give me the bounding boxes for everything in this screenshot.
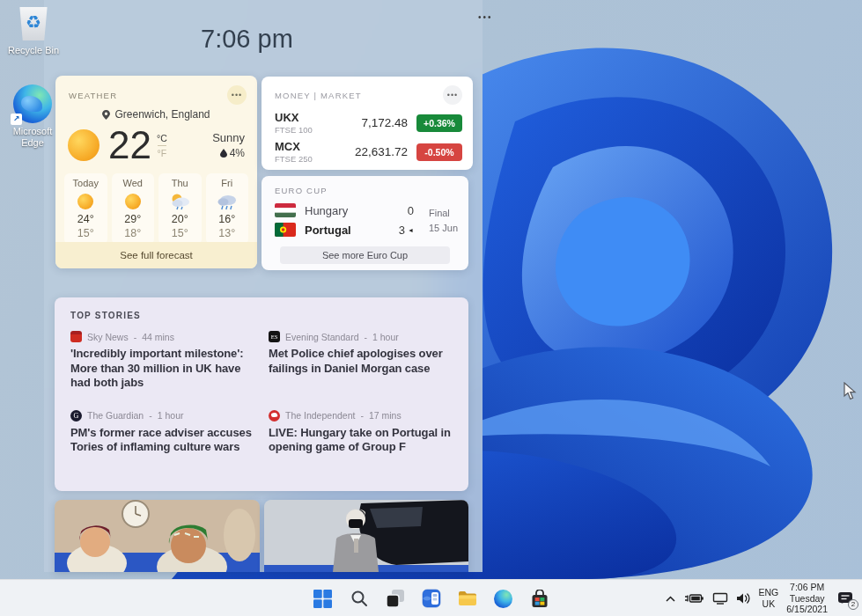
raindrop-icon bbox=[220, 149, 227, 158]
weather-condition: Sunny bbox=[212, 131, 245, 144]
rain-icon bbox=[217, 193, 238, 210]
hidden-icons-chevron-icon[interactable] bbox=[666, 596, 675, 602]
widgets-button[interactable] bbox=[421, 588, 442, 609]
match-status: Final 15 Jun bbox=[429, 206, 458, 235]
match-row-hungary[interactable]: Hungary 0 bbox=[262, 201, 414, 220]
clock-date: 6/15/2021 bbox=[786, 604, 828, 615]
widgets-icon bbox=[422, 589, 441, 608]
mouse-cursor bbox=[844, 382, 857, 404]
weather-menu-icon[interactable]: ••• bbox=[227, 85, 247, 105]
evening-standard-icon: ES bbox=[269, 331, 280, 342]
task-view-button[interactable] bbox=[385, 588, 406, 609]
edge-icon bbox=[494, 590, 512, 608]
search-icon bbox=[350, 590, 368, 607]
store-icon bbox=[531, 590, 549, 608]
forecast-day: Thu 20° 15° bbox=[158, 173, 202, 245]
story-headline[interactable]: LIVE: Hungary take on Portugal in openin… bbox=[269, 426, 453, 455]
story-item[interactable]: Sky News - 44 mins 'Incredibly important… bbox=[70, 331, 254, 391]
top-stories-title: TOP STORIES bbox=[55, 297, 468, 326]
top-stories-widget: TOP STORIES Sky News - 44 mins 'Incredib… bbox=[55, 297, 468, 491]
story-item[interactable]: ES Evening Standard - 1 hour Met Police … bbox=[269, 331, 453, 391]
portugal-flag-icon bbox=[275, 223, 296, 237]
file-explorer-button[interactable] bbox=[457, 588, 478, 609]
widgets-clock: 7:06 pm bbox=[201, 25, 293, 54]
language-switcher[interactable]: ENG UK bbox=[759, 587, 779, 609]
change-badge-up: +0.36% bbox=[416, 114, 462, 132]
widgets-board-menu-dots-icon[interactable]: ••• bbox=[478, 12, 493, 22]
weather-location: Greenwich, England bbox=[114, 108, 210, 121]
shortcut-arrow-icon: ↗ bbox=[11, 114, 22, 125]
icon-label: Recycle Bin bbox=[3, 45, 64, 56]
edge-button[interactable] bbox=[493, 588, 514, 609]
desktop-icon-recycle-bin[interactable]: ♻ Recycle Bin bbox=[3, 5, 64, 56]
hungary-flag-icon bbox=[275, 203, 296, 217]
forecast-day: Wed 29° 18° bbox=[112, 173, 155, 245]
current-temperature: 22 bbox=[108, 126, 151, 165]
story-headline[interactable]: Met Police chief apologises over failing… bbox=[269, 347, 453, 376]
news-photo-image bbox=[55, 500, 260, 572]
news-photo-boys[interactable] bbox=[55, 500, 260, 572]
start-button[interactable] bbox=[313, 588, 334, 609]
clock-day: Tuesday bbox=[786, 593, 828, 605]
clock-time: 7:06 PM bbox=[786, 582, 828, 593]
story-headline[interactable]: PM's former race adviser accuses Tories … bbox=[70, 426, 254, 455]
location-pin-icon bbox=[102, 110, 110, 120]
precipitation-value: 4% bbox=[230, 147, 245, 159]
recycle-bin-icon: ♻ bbox=[17, 5, 50, 42]
search-button[interactable] bbox=[349, 588, 370, 609]
language-primary: ENG bbox=[759, 587, 779, 598]
sunny-icon bbox=[68, 129, 99, 161]
notification-center-button[interactable]: 2 bbox=[836, 590, 855, 607]
market-row-mcx[interactable]: MCX FTSE 250 22,631.72 -0.50% bbox=[262, 137, 473, 166]
eurocup-widget[interactable]: EURO CUP Hungary 0 Portugal 3 ◄ Final 15… bbox=[262, 176, 468, 270]
news-photo-royal[interactable] bbox=[264, 500, 468, 572]
see-more-eurocup-button[interactable]: See more Euro Cup bbox=[280, 246, 450, 264]
desktop-icon-edge[interactable]: ↗ Microsoft Edge bbox=[2, 84, 63, 148]
unit-toggle[interactable]: °C °F bbox=[157, 133, 167, 158]
weather-title: WEATHER bbox=[69, 91, 117, 100]
sky-news-icon bbox=[70, 331, 82, 342]
market-menu-icon[interactable]: ••• bbox=[443, 85, 462, 105]
store-button[interactable] bbox=[529, 588, 550, 609]
sunny-icon bbox=[77, 194, 93, 209]
change-badge-down: -0.50% bbox=[416, 143, 462, 161]
independent-icon bbox=[269, 410, 280, 422]
notification-count-badge: 2 bbox=[848, 599, 858, 610]
volume-icon[interactable] bbox=[736, 592, 751, 605]
task-view-icon bbox=[386, 589, 405, 608]
sunny-icon bbox=[125, 194, 141, 209]
story-item[interactable]: G The Guardian - 1 hour PM's former race… bbox=[70, 410, 254, 455]
market-value: 7,172.48 bbox=[361, 116, 408, 129]
see-full-forecast-link[interactable]: See full forecast bbox=[55, 242, 257, 268]
sun-shower-icon bbox=[169, 193, 190, 210]
guardian-icon: G bbox=[70, 410, 82, 422]
language-secondary: UK bbox=[759, 598, 779, 610]
market-row-ukx[interactable]: UKX FTSE 100 7,172.48 +0.36% bbox=[262, 108, 473, 137]
celsius-option[interactable]: °C bbox=[157, 133, 167, 145]
eurocup-title: EURO CUP bbox=[262, 176, 468, 201]
forecast-day: Fri 16° 13° bbox=[206, 173, 249, 245]
network-icon[interactable] bbox=[712, 592, 728, 605]
battery-icon[interactable] bbox=[683, 593, 704, 604]
news-photo-image bbox=[264, 500, 468, 572]
winner-marker-icon: ◄ bbox=[408, 227, 414, 233]
market-widget[interactable]: MONEY | MARKET ••• UKX FTSE 100 7,172.48… bbox=[262, 77, 473, 170]
taskbar-clock[interactable]: 7:06 PM Tuesday 6/15/2021 bbox=[786, 582, 828, 615]
windows-logo-icon bbox=[313, 590, 332, 608]
story-item[interactable]: The Independent - 17 mins LIVE: Hungary … bbox=[269, 410, 453, 455]
weather-widget[interactable]: WEATHER ••• Greenwich, England 22 °C °F … bbox=[55, 76, 257, 268]
file-explorer-icon bbox=[458, 590, 477, 606]
forecast-day: Today 24° 15° bbox=[64, 173, 107, 245]
market-title: MONEY | MARKET bbox=[275, 91, 362, 100]
match-row-portugal[interactable]: Portugal 3 ◄ bbox=[262, 220, 414, 239]
market-value: 22,631.72 bbox=[355, 145, 408, 158]
icon-label: Microsoft Edge bbox=[2, 126, 63, 148]
story-headline[interactable]: 'Incredibly important milestone': More t… bbox=[70, 347, 254, 391]
taskbar: ENG UK 7:06 PM Tuesday 6/15/2021 2 bbox=[0, 579, 862, 616]
fahrenheit-option[interactable]: °F bbox=[158, 145, 167, 158]
